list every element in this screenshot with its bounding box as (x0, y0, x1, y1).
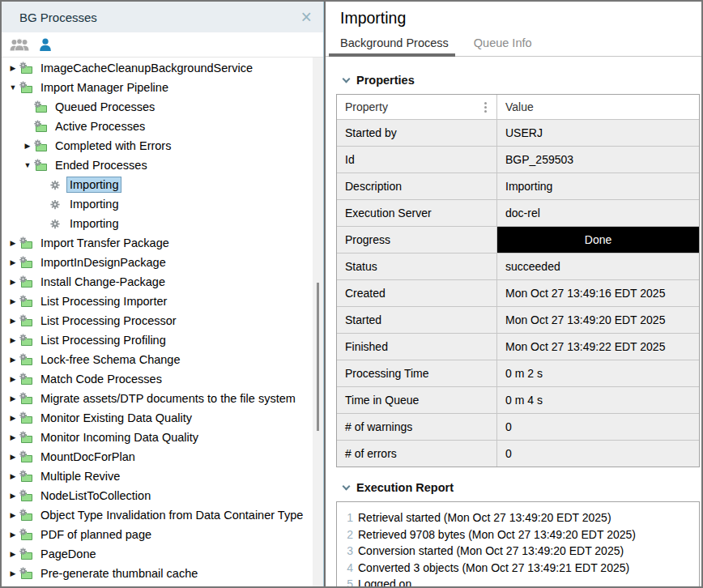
process-folder-icon (19, 528, 34, 541)
expander-icon[interactable]: ▶ (6, 64, 19, 72)
tree-item[interactable]: ▶ Multiple Revive (2, 467, 323, 486)
tree-item-label: ImportInDesignPackage (38, 255, 168, 270)
expander-icon[interactable]: ▶ (6, 258, 19, 266)
expander-icon[interactable]: ▶ (6, 472, 19, 480)
tree-item-label: Lock-free Schema Change (38, 352, 183, 367)
tree-item[interactable]: ▶ Object Type Invalidation from Data Con… (2, 505, 323, 525)
process-folder-icon (19, 548, 34, 560)
tree-item[interactable]: ▶ Monitor Existing Data Quality (2, 408, 323, 428)
property-row[interactable]: Processing Time 0 m 2 s (337, 360, 699, 386)
expander-icon[interactable]: ▶ (6, 414, 19, 422)
expander-icon[interactable]: ▼ (21, 161, 34, 169)
gear-icon (49, 198, 63, 211)
tree-item[interactable]: Importing (2, 175, 323, 194)
expander-icon[interactable]: ▶ (6, 297, 19, 305)
tree-item-label: Queued Processes (53, 100, 157, 114)
property-row[interactable]: Created Mon Oct 27 13:49:16 EDT 2025 (337, 279, 699, 306)
expander-icon[interactable]: ▶ (6, 278, 19, 286)
process-folder-icon (19, 509, 34, 522)
expander-icon[interactable]: ▶ (6, 453, 19, 461)
expander-icon[interactable]: ▶ (6, 550, 19, 558)
execution-report-section-header[interactable]: Execution Report (336, 481, 700, 494)
user-icon[interactable] (39, 38, 52, 52)
property-value: 0 m 2 s (496, 360, 699, 386)
tree-item[interactable]: ▶ Match Code Processes (2, 369, 323, 389)
tab-queue-info[interactable]: Queue Info (474, 36, 532, 56)
tree-item[interactable]: ▶ PDF of planned page (2, 525, 323, 544)
expander-icon[interactable]: ▶ (6, 530, 19, 539)
tree-item[interactable]: ▶ ImageCacheCleanupBackgroundService (2, 58, 323, 78)
tree-item[interactable]: ▶ PageDone (2, 544, 323, 564)
expander-icon[interactable]: ▶ (21, 142, 34, 150)
scrollbar-thumb[interactable] (317, 283, 319, 431)
tree-item[interactable]: Importing (2, 194, 323, 214)
property-value: doc-rel (496, 200, 699, 226)
property-value: Mon Oct 27 13:49:22 EDT 2025 (496, 334, 699, 360)
property-row[interactable]: Finished Mon Oct 27 13:49:22 EDT 2025 (337, 333, 699, 360)
tree-item[interactable]: ▶ Pre-generate thumbnail cache (2, 564, 323, 583)
tab-bar: Background Process Queue Info (326, 28, 701, 57)
property-row[interactable]: Description Importing (337, 173, 699, 199)
properties-section-label: Properties (356, 74, 415, 87)
expander-icon[interactable]: ▶ (6, 433, 19, 441)
tree-item[interactable]: ▶ ImportInDesignPackage (2, 253, 323, 272)
tree-item[interactable]: Active Processes (2, 117, 323, 136)
panel-header: BG Processes × (2, 2, 323, 32)
column-header-property[interactable]: Property (337, 95, 496, 119)
tree-item[interactable]: Importing (2, 214, 323, 233)
property-row[interactable]: # of errors 0 (337, 440, 699, 467)
expander-icon[interactable]: ▶ (6, 356, 19, 364)
property-row[interactable]: Progress Done (337, 226, 699, 253)
process-folder-icon (34, 159, 49, 172)
column-menu-icon[interactable] (484, 102, 488, 113)
tree-item[interactable]: ▶ List Processing Processor (2, 311, 323, 330)
tree-item[interactable]: ▶ Migrate assets/DTP documents to the fi… (2, 389, 323, 408)
expander-icon[interactable]: ▶ (6, 317, 19, 325)
expander-icon[interactable]: ▶ (6, 239, 19, 247)
tree-item[interactable]: ▼ Ended Processes (2, 156, 323, 175)
property-name: Created (337, 280, 496, 306)
chevron-down-icon[interactable] (343, 483, 351, 491)
panel-title: BG Processes (19, 11, 97, 24)
expander-icon[interactable]: ▶ (6, 375, 19, 383)
tree-item-label: Importing (67, 177, 121, 192)
tree-item[interactable]: ▶ Lock-free Schema Change (2, 350, 323, 369)
process-folder-icon (19, 81, 34, 94)
tree-item[interactable]: ▶ Completed with Errors (2, 136, 323, 156)
property-row[interactable]: # of warnings 0 (337, 413, 699, 440)
report-entry: 1 Retrieval started (Mon Oct 27 13:49:20… (337, 509, 699, 526)
group-icon[interactable] (10, 38, 29, 52)
tab-background-process[interactable]: Background Process (340, 36, 449, 56)
tree-item[interactable]: ▶ Monitor Incoming Data Quality (2, 428, 323, 447)
tree-item-label: PDF of planned page (38, 527, 154, 542)
property-row[interactable]: Status succeeded (337, 253, 699, 279)
expander-icon[interactable]: ▶ (6, 569, 19, 577)
property-row[interactable]: Execution Server doc-rel (337, 199, 699, 226)
expander-icon[interactable]: ▶ (6, 511, 19, 519)
expander-icon[interactable]: ▼ (6, 83, 19, 92)
tree-item[interactable]: ▼ Import Manager Pipeline (2, 78, 323, 97)
page-title: Importing (326, 2, 701, 28)
property-row[interactable]: Time in Queue 0 m 4 s (337, 386, 699, 413)
column-header-property-label: Property (345, 100, 388, 113)
expander-icon[interactable]: ▶ (6, 394, 19, 403)
tree-item[interactable]: ▶ MountDocForPlan (2, 447, 323, 467)
tree-item[interactable]: ▶ List Processing Profiling (2, 330, 323, 350)
tree-item[interactable]: ▶ Install Change-Package (2, 272, 323, 292)
property-row[interactable]: Started Mon Oct 27 13:49:20 EDT 2025 (337, 306, 699, 333)
execution-report-box: 1 Retrieval started (Mon Oct 27 13:49:20… (336, 501, 700, 586)
process-folder-icon (19, 431, 34, 444)
properties-section-header[interactable]: Properties (336, 74, 700, 87)
close-icon[interactable]: × (300, 9, 313, 25)
vertical-scrollbar[interactable] (313, 58, 323, 586)
tree-item[interactable]: ▶ NodeListToCollection (2, 486, 323, 505)
property-row[interactable]: Id BGP_259503 (337, 146, 699, 173)
column-header-value[interactable]: Value (496, 95, 699, 119)
tree-item[interactable]: Queued Processes (2, 97, 323, 117)
chevron-down-icon[interactable] (343, 75, 351, 83)
tree-item[interactable]: ▶ List Processing Importer (2, 292, 323, 311)
expander-icon[interactable]: ▶ (6, 492, 19, 500)
tree-item[interactable]: ▶ Import Transfer Package (2, 233, 323, 253)
property-row[interactable]: Started by USERJ (337, 119, 699, 146)
expander-icon[interactable]: ▶ (6, 336, 19, 344)
